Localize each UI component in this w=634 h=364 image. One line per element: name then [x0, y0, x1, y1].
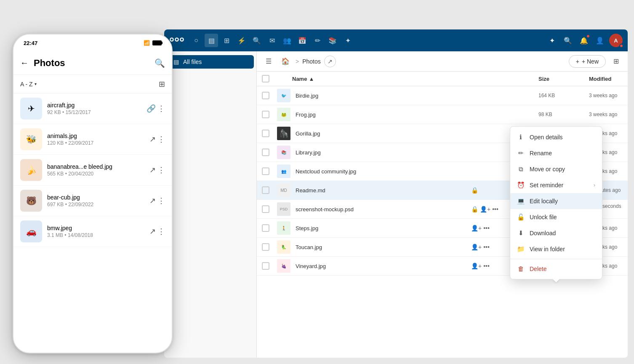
file-size: 164 KB — [538, 93, 589, 98]
more-icon2[interactable]: ••• — [492, 206, 498, 213]
size-column-header: Size — [538, 76, 589, 82]
file-modified: 3 weeks ago — [589, 112, 623, 117]
contacts-icon[interactable]: 👤 — [593, 34, 607, 47]
share-btn[interactable]: ↗ — [324, 56, 336, 67]
home-btn[interactable]: 🏠 — [279, 55, 292, 68]
view-in-folder-item[interactable]: 📁 View in folder — [510, 241, 602, 257]
file-info: animals.jpg 120 KB • 22/09/2017 — [47, 133, 144, 146]
more-icon[interactable]: ⋮ — [157, 135, 165, 144]
notifications-icon[interactable]: 🔔 — [577, 34, 591, 47]
collapse-sidebar-btn[interactable]: ☰ — [262, 55, 275, 68]
submenu-chevron-icon: › — [594, 182, 595, 188]
mobile-header: ← Photos 🔍 — [13, 51, 172, 75]
unlock-file-item[interactable]: 🔓 Unlock file — [510, 209, 602, 225]
mobile-grid-icon[interactable]: ⊞ — [159, 80, 165, 89]
more-icon4[interactable]: ••• — [483, 244, 490, 250]
file-name: bananabrea...e bleed.jpg — [47, 163, 144, 170]
share-icon[interactable]: ↗ — [149, 227, 156, 236]
unlock-icon: 🔓 — [517, 213, 525, 221]
new-button[interactable]: + + New — [569, 55, 606, 68]
avatar-initial: A — [614, 37, 618, 44]
more-icon[interactable]: ⋮ — [157, 165, 165, 175]
nav-pen-icon[interactable]: ✏ — [311, 34, 324, 47]
unlock-file-label: Unlock file — [530, 214, 595, 221]
topbar: ○ ▤ ⊞ ⚡ 🔍 ✉ 👥 📅 ✏ 📚 ✦ ✦ 🔍 🔔 👤 A — [164, 29, 628, 51]
file-name: aircraft.jpg — [47, 102, 141, 109]
file-size: 98 KB — [538, 112, 589, 117]
mobile-title: Photos — [34, 58, 149, 69]
file-thumbnail: MD — [277, 183, 290, 197]
view-toggle-btn[interactable]: ⊞ — [609, 55, 623, 68]
list-item[interactable]: 🐻 bear-cub.jpg 697 KB • 22/09/2022 ↗ ⋮ — [13, 186, 172, 216]
mobile-back-icon[interactable]: ← — [20, 58, 29, 68]
global-search-icon[interactable]: 🔍 — [561, 34, 575, 47]
info-icon: ℹ — [517, 133, 525, 141]
nav-stack-icon[interactable]: 📚 — [326, 34, 339, 47]
delete-icon: 🗑 — [517, 265, 525, 272]
share-icon[interactable]: ↗ — [149, 165, 156, 175]
share-icon[interactable]: ↗ — [149, 196, 156, 205]
nav-mail-icon[interactable]: ✉ — [265, 34, 279, 47]
svg-point-3 — [171, 39, 173, 41]
file-name: Frog.jpg — [292, 112, 471, 118]
select-all-checkbox[interactable] — [262, 75, 277, 82]
list-item[interactable]: 🐝 animals.jpg 120 KB • 22/09/2017 ↗ ⋮ — [13, 124, 172, 155]
mobile-search-icon[interactable]: 🔍 — [155, 58, 165, 68]
table-row[interactable]: 🐦 Birdie.jpg 164 KB 3 weeks ago — [257, 86, 628, 105]
file-name: Birdie.jpg — [292, 93, 471, 99]
add-user-icon4[interactable]: 👤+ — [471, 263, 482, 269]
edit-locally-item[interactable]: 💻 Edit locally — [510, 193, 602, 209]
open-details-item[interactable]: ℹ Open details — [510, 129, 602, 145]
file-thumbnail: 🍇 — [277, 259, 290, 273]
share-link-icon[interactable]: 🔗 — [147, 104, 156, 113]
more-icon[interactable]: ⋮ — [157, 104, 165, 113]
nav-star-icon[interactable]: ✦ — [341, 34, 354, 47]
share-icon[interactable]: ↗ — [149, 135, 156, 144]
more-icon[interactable]: ⋮ — [157, 196, 165, 205]
user-avatar[interactable]: A — [609, 34, 623, 47]
svg-point-5 — [181, 39, 183, 41]
mobile-status-right: 📶 — [144, 40, 162, 46]
rename-item[interactable]: ✏ Rename — [510, 145, 602, 161]
nextcloud-logo[interactable] — [169, 36, 184, 45]
file-actions: ↗ ⋮ — [149, 135, 165, 144]
file-name: bear-cub.jpg — [47, 194, 144, 201]
more-icon5[interactable]: ••• — [483, 263, 490, 269]
add-user-icon3[interactable]: 👤+ — [471, 244, 482, 250]
edit-locally-label: Edit locally — [530, 198, 595, 205]
view-in-folder-label: View in folder — [530, 246, 595, 252]
move-copy-item[interactable]: ⧉ Move or copy — [510, 161, 602, 177]
more-icon[interactable]: ⋮ — [157, 227, 165, 236]
list-item[interactable]: ✈ aircraft.jpg 92 KB • 15/12/2017 🔗 ⋮ — [13, 93, 172, 124]
table-row[interactable]: 🐸 Frog.jpg 98 KB 3 weeks ago — [257, 105, 628, 124]
nav-search-icon[interactable]: 🔍 — [250, 34, 264, 47]
download-item[interactable]: ⬇ Download — [510, 225, 602, 241]
nav-folder-icon[interactable]: ▤ — [205, 34, 218, 47]
set-reminder-item[interactable]: ⏰ Set reminder › — [510, 177, 602, 193]
sidebar-item-all-files[interactable]: ▤ All files — [167, 55, 254, 69]
name-column-header[interactable]: Name ▲ — [292, 76, 471, 82]
list-item[interactable]: 🚗 bmw.jpeg 3.1 MB • 14/08/2018 ↗ ⋮ — [13, 216, 172, 247]
file-thumbnail: 📚 — [277, 146, 290, 159]
file-thumbnail: 🐻 — [20, 190, 42, 212]
file-thumbnail: 🚗 — [20, 221, 42, 242]
nav-image-icon[interactable]: ⊞ — [220, 34, 233, 47]
mobile-time: 22:47 — [24, 40, 37, 46]
file-name: Readme.md — [292, 187, 471, 194]
download-label: Download — [530, 230, 595, 236]
delete-item[interactable]: 🗑 Delete — [510, 261, 602, 276]
more-icon3[interactable]: ••• — [483, 225, 490, 231]
folder-icon2: 📁 — [517, 245, 525, 253]
mobile-sort-label[interactable]: A - Z ▾ — [20, 81, 37, 88]
nav-calendar-icon[interactable]: 📅 — [296, 34, 309, 47]
sparkle-icon[interactable]: ✦ — [545, 34, 559, 47]
add-user-icon[interactable]: 👤+ — [480, 206, 490, 213]
list-item[interactable]: 🍌 bananabrea...e bleed.jpg 565 KB • 20/0… — [13, 155, 172, 186]
nav-lightning-icon[interactable]: ⚡ — [235, 34, 248, 47]
add-user-icon2[interactable]: 👤+ — [471, 225, 482, 231]
nav-circle-icon[interactable]: ○ — [189, 34, 203, 47]
nav-users-icon[interactable]: 👥 — [280, 34, 294, 47]
battery-icon — [152, 40, 162, 45]
chevron-down-icon: ▾ — [35, 82, 37, 86]
file-thumbnail: 👥 — [277, 165, 290, 178]
